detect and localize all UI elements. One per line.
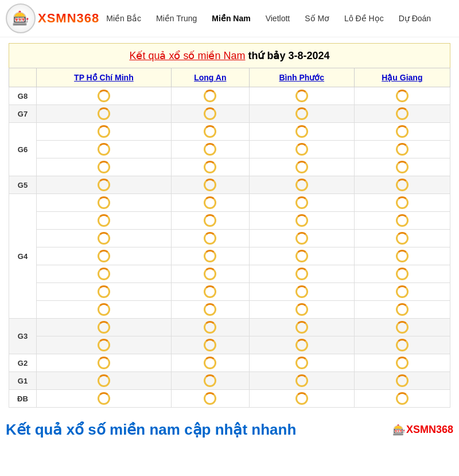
row-label-g1: G1 <box>9 372 37 390</box>
cell-g4-4b <box>354 212 450 230</box>
col-header-long-an: Long An <box>171 68 249 87</box>
col-header-hau-giang: Hậu Giang <box>354 68 450 87</box>
table-row <box>9 158 450 176</box>
nav-mien-bac[interactable]: Miền Bắc <box>99 10 148 26</box>
loading-spinner <box>295 90 308 102</box>
col-header-tp-hcm: TP Hồ Chí Minh <box>37 68 172 87</box>
table-row <box>9 283 450 301</box>
nav-so-mo[interactable]: Số Mơ <box>298 10 336 26</box>
loading-spinner <box>204 285 216 298</box>
loading-spinner <box>98 214 110 227</box>
cell-g3-3a <box>249 319 354 336</box>
loading-spinner <box>98 321 110 334</box>
loading-spinner <box>396 357 409 369</box>
cell-g8-3 <box>249 87 354 105</box>
loading-spinner <box>98 90 110 102</box>
cell-g6-3a <box>249 123 354 141</box>
loading-spinner <box>295 321 308 334</box>
logo-text[interactable]: XSMN368 <box>38 11 99 26</box>
loading-spinner <box>204 268 216 280</box>
cell-g2-4 <box>354 354 450 372</box>
loading-spinner <box>295 143 308 156</box>
row-label-g7: G7 <box>9 105 37 123</box>
cell-g4-1b <box>37 212 172 230</box>
cell-g4-3a <box>249 194 354 212</box>
loading-spinner <box>98 357 110 369</box>
loading-spinner <box>98 143 110 156</box>
cell-g6-4a <box>354 123 450 141</box>
loading-spinner <box>98 339 110 351</box>
table-row: ĐB <box>9 390 450 408</box>
loading-spinner <box>98 179 110 191</box>
table-header-row: TP Hồ Chí Minh Long An Bình Phước Hậu Gi… <box>9 68 450 87</box>
cell-g4-1f <box>37 283 172 301</box>
cell-g4-2g <box>171 301 249 319</box>
nav-du-doan[interactable]: Dự Đoán <box>392 10 438 26</box>
header: 🎰 XSMN368 Miền Bắc Miền Trung Miền Nam V… <box>0 0 459 37</box>
loading-spinner <box>204 374 216 387</box>
loading-spinner <box>98 125 110 138</box>
loading-spinner <box>295 179 308 191</box>
table-row: G8 <box>9 87 450 105</box>
cell-g7-1 <box>37 105 172 123</box>
loading-spinner <box>295 374 308 387</box>
cell-g3-1b <box>37 336 172 354</box>
cell-g4-1a <box>37 194 172 212</box>
row-label-db: ĐB <box>9 390 37 408</box>
cell-g3-2b <box>171 336 249 354</box>
cell-g6-4c <box>354 158 450 176</box>
loading-spinner <box>204 125 216 138</box>
table-row: G7 <box>9 105 450 123</box>
nav-mien-trung[interactable]: Miền Trung <box>149 10 204 26</box>
loading-spinner <box>295 107 308 120</box>
cell-g6-3b <box>249 141 354 158</box>
loading-spinner <box>98 303 110 316</box>
col-header-empty <box>9 68 37 87</box>
loading-spinner <box>98 285 110 298</box>
loading-spinner <box>396 339 409 351</box>
cell-g1-3 <box>249 372 354 390</box>
cell-g4-1d <box>37 247 172 265</box>
row-label-g5: G5 <box>9 176 37 194</box>
logo-area[interactable]: 🎰 XSMN368 <box>6 3 99 33</box>
table-row <box>9 301 450 319</box>
nav-mien-nam[interactable]: Miền Nam <box>205 10 257 26</box>
loading-spinner <box>204 107 216 120</box>
row-label-g6: G6 <box>9 123 37 176</box>
cell-g3-1a <box>37 319 172 336</box>
loading-spinner <box>98 107 110 120</box>
footer-banner: Kết quả xổ số miền nam cập nhật nhanh 🎰 … <box>0 416 459 443</box>
cell-g8-1 <box>37 87 172 105</box>
loading-spinner <box>295 214 308 227</box>
cell-g4-4a <box>354 194 450 212</box>
loading-spinner <box>204 179 216 191</box>
loading-spinner <box>396 214 409 227</box>
loading-spinner <box>98 161 110 173</box>
loading-spinner <box>98 374 110 387</box>
cell-db-3 <box>249 390 354 408</box>
cell-g3-4b <box>354 336 450 354</box>
cell-g4-4e <box>354 265 450 283</box>
result-title-link[interactable]: Kết quả xổ số miền Nam <box>129 50 245 61</box>
loading-spinner <box>98 268 110 280</box>
col-header-binh-phuoc: Bình Phước <box>249 68 354 87</box>
row-label-g8: G8 <box>9 87 37 105</box>
cell-db-1 <box>37 390 172 408</box>
cell-g6-4b <box>354 141 450 158</box>
cell-g4-1g <box>37 301 172 319</box>
loading-spinner <box>396 250 409 262</box>
cell-g8-4 <box>354 87 450 105</box>
table-row <box>9 247 450 265</box>
loading-spinner <box>204 161 216 173</box>
loading-spinner <box>204 303 216 316</box>
cell-g5-2 <box>171 176 249 194</box>
loading-spinner <box>396 232 409 245</box>
cell-g4-2d <box>171 247 249 265</box>
nav-vietlott[interactable]: Vietlott <box>259 10 297 26</box>
loading-spinner <box>396 196 409 209</box>
cell-g4-2c <box>171 230 249 247</box>
nav-lo-de-hoc[interactable]: Lô Đề Học <box>337 10 391 26</box>
row-label-g3: G3 <box>9 319 37 354</box>
table-row: G3 <box>9 319 450 336</box>
cell-g4-2b <box>171 212 249 230</box>
